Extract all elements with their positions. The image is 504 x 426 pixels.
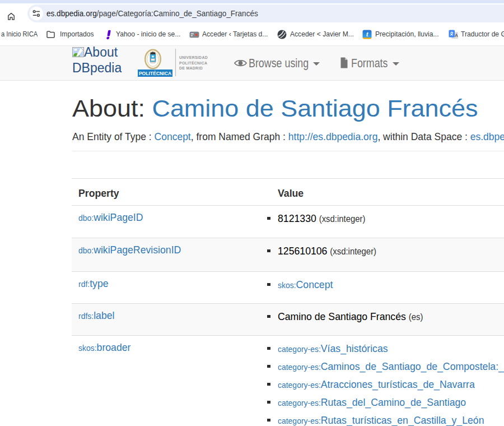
svg-text:POLITÉCNICA: POLITÉCNICA [139, 71, 171, 76]
svg-text:POLITÉCNICA: POLITÉCNICA [179, 61, 207, 65]
svg-text:t: t [366, 30, 368, 38]
svg-text:UNIVERSIDAD: UNIVERSIDAD [179, 55, 208, 59]
svg-text:DE MADRID: DE MADRID [179, 66, 203, 70]
